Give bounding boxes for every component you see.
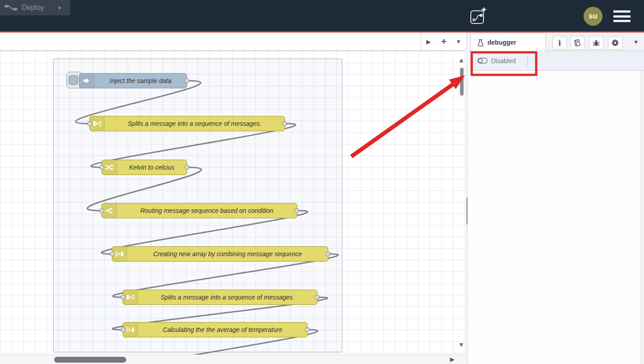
deploy-icon: [5, 4, 17, 11]
node-output-port[interactable]: [294, 208, 299, 213]
scroll-tabs-right-icon[interactable]: ▶: [426, 38, 431, 45]
book-icon: [573, 39, 581, 47]
node-label: Splits a message into a sequence of mess…: [105, 116, 285, 131]
node-output-port[interactable]: [282, 121, 287, 126]
info-button[interactable]: i: [552, 36, 567, 50]
avatar-initials: su: [589, 12, 598, 20]
debug-messages-panel[interactable]: [469, 71, 644, 364]
config-nodes-button[interactable]: [608, 36, 622, 50]
scroll-down-icon[interactable]: ▼: [457, 341, 465, 348]
flow-node-inject[interactable]: Inject the sample data: [79, 73, 187, 88]
node-output-port[interactable]: [315, 295, 319, 299]
flask-icon: [477, 39, 484, 46]
library-button[interactable]: [570, 36, 584, 50]
horizontal-scrollbar[interactable]: ▶: [0, 355, 465, 364]
disabled-label: Disabled: [491, 57, 515, 65]
flow-node-join-1[interactable]: Creating new array by combining message …: [112, 246, 328, 262]
node-label: Splits a message into a sequence of mess…: [138, 290, 317, 304]
disabled-button[interactable]: Disabled: [477, 57, 515, 65]
add-flow-button[interactable]: +: [441, 37, 446, 46]
node-output-port[interactable]: [305, 327, 309, 332]
sidebar-more-chevron-down-icon[interactable]: ▾: [634, 38, 638, 46]
gear-icon: [611, 39, 619, 47]
deploy-button[interactable]: Deploy ▾: [0, 0, 70, 15]
ai-flow-icon[interactable]: [469, 6, 488, 25]
node-input-port[interactable]: [100, 165, 104, 170]
bug-icon: [592, 39, 600, 47]
inject-arrow-icon: [79, 74, 94, 88]
node-input-port[interactable]: [121, 295, 125, 299]
horizontal-scrollbar-thumb[interactable]: [54, 357, 126, 363]
tab-controls: ▶ + ▾: [421, 32, 465, 51]
node-input-port[interactable]: [110, 252, 115, 256]
node-label: Routing message sequence based on condit…: [117, 203, 297, 218]
debug-toolbar: Disabled: [469, 51, 644, 71]
sidebar-tab-strip: debugger i: [469, 32, 644, 51]
workspace-tab-bar: ▶ + ▾: [0, 32, 465, 51]
scroll-right-icon[interactable]: ▶: [450, 356, 455, 363]
node-output-port[interactable]: [326, 252, 330, 256]
flow-node-switch[interactable]: Routing message sequence based on condit…: [101, 203, 297, 218]
user-avatar[interactable]: su: [584, 7, 603, 26]
node-input-port[interactable]: [87, 121, 92, 126]
node-output-port[interactable]: [184, 78, 189, 83]
flow-node-join-2[interactable]: Calculating the the average of temperatu…: [123, 322, 308, 337]
tab-debugger[interactable]: debugger: [470, 33, 546, 51]
debug-messages-button[interactable]: [589, 36, 603, 50]
deploy-label: Deploy: [22, 4, 44, 12]
deploy-chevron-down-icon[interactable]: ▾: [58, 5, 61, 11]
node-label: Creating new array by combining message …: [127, 247, 328, 261]
scroll-up-icon[interactable]: ▲: [457, 56, 465, 64]
hamburger-menu-icon[interactable]: [613, 10, 630, 22]
node-input-port[interactable]: [100, 208, 104, 213]
sidebar-splitter[interactable]: [465, 32, 469, 364]
sidebar-panel: debugger i: [469, 32, 644, 364]
vertical-scrollbar-thumb[interactable]: [460, 68, 464, 96]
flow-node-split-1[interactable]: Splits a message into a sequence of mess…: [89, 116, 285, 131]
info-icon: i: [558, 38, 561, 47]
toggle-off-icon: [477, 57, 488, 64]
toolbar-separator: [527, 55, 528, 67]
tab-label: debugger: [488, 39, 516, 46]
node-label: Calculating the the average of temperatu…: [138, 323, 307, 337]
flow-node-change[interactable]: Kelvin to celcius: [101, 160, 187, 175]
node-output-port[interactable]: [184, 165, 189, 170]
node-input-port[interactable]: [121, 327, 125, 332]
node-red-editor: Deploy ▾ su ▶ + ▾: [0, 0, 644, 364]
node-label: Kelvin to celcius: [117, 160, 187, 175]
splitter-grip[interactable]: [466, 198, 468, 225]
flow-list-chevron-down-icon[interactable]: ▾: [457, 37, 460, 46]
deploy-separator: [52, 3, 53, 13]
node-label: Inject the sample data: [94, 74, 187, 88]
flow-canvas[interactable]: Inject the sample data Splits a message …: [0, 51, 465, 355]
flow-node-split-2[interactable]: Splits a message into a sequence of mess…: [123, 290, 317, 305]
header-bar: Deploy ▾ su: [0, 0, 644, 31]
